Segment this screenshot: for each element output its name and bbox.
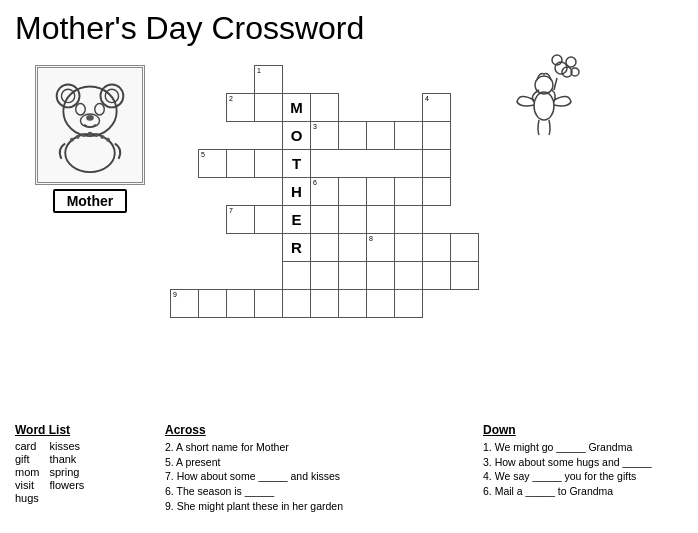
- cell-5-8[interactable]: [395, 206, 423, 234]
- cell-3-0: [171, 150, 199, 178]
- word-col-2: kisses thank spring flowers: [49, 440, 84, 504]
- cell-8-6[interactable]: [339, 290, 367, 318]
- grid-row-3: 5 T: [171, 150, 479, 178]
- cell-3-1[interactable]: 5: [199, 150, 227, 178]
- cell-7-4[interactable]: [283, 262, 311, 290]
- cell-2-6[interactable]: [339, 122, 367, 150]
- bottom-section: Word List card gift mom visit hugs kisse…: [15, 423, 683, 513]
- cell-0-0: [171, 66, 199, 94]
- cell-1-3[interactable]: [255, 94, 283, 122]
- clue-down-3: 3. How about some hugs and _____: [483, 455, 683, 470]
- cell-5-9: [423, 206, 451, 234]
- cell-2-4[interactable]: O: [283, 122, 311, 150]
- cell-6-4[interactable]: R: [283, 234, 311, 262]
- svg-point-8: [86, 115, 94, 121]
- cell-1-5[interactable]: [311, 94, 339, 122]
- cell-5-6[interactable]: [339, 206, 367, 234]
- page-title: Mother's Day Crossword: [15, 10, 683, 47]
- cell-7-3: [255, 262, 283, 290]
- cell-0-8: [395, 66, 423, 94]
- cell-6-7[interactable]: 8: [367, 234, 395, 262]
- word-2-2: thank: [49, 453, 84, 465]
- cell-3-2[interactable]: [227, 150, 255, 178]
- cell-5-10: [451, 206, 479, 234]
- clue-across-2: 2. A short name for Mother: [165, 440, 473, 455]
- word-2-3: spring: [49, 466, 84, 478]
- grid-row-8: 9: [171, 290, 479, 318]
- cell-5-4[interactable]: E: [283, 206, 311, 234]
- cell-2-8[interactable]: [395, 122, 423, 150]
- cell-0-9: [423, 66, 451, 94]
- cell-1-4[interactable]: M: [283, 94, 311, 122]
- svg-point-12: [88, 132, 93, 137]
- cell-1-6: [339, 94, 367, 122]
- cell-7-6[interactable]: [339, 262, 367, 290]
- page: Mother's Day Crossword: [0, 0, 698, 533]
- cell-6-9[interactable]: [423, 234, 451, 262]
- cell-2-5[interactable]: 3: [311, 122, 339, 150]
- cell-1-2[interactable]: 2: [227, 94, 255, 122]
- cell-5-5[interactable]: [311, 206, 339, 234]
- cell-3-4[interactable]: T: [283, 150, 311, 178]
- crossword: 1 2: [170, 65, 479, 318]
- svg-point-13: [95, 133, 99, 137]
- cell-4-8[interactable]: [395, 178, 423, 206]
- cell-6-10[interactable]: [451, 234, 479, 262]
- cell-8-8[interactable]: [395, 290, 423, 318]
- cell-3-7: [367, 150, 395, 178]
- crossword-grid: 1 2: [170, 55, 479, 415]
- cell-8-2[interactable]: [227, 290, 255, 318]
- cell-7-5[interactable]: [311, 262, 339, 290]
- cell-4-6[interactable]: [339, 178, 367, 206]
- cell-3-9[interactable]: [423, 150, 451, 178]
- cell-7-7[interactable]: [367, 262, 395, 290]
- cell-2-7[interactable]: [367, 122, 395, 150]
- clue-across-6: 6. The season is _____: [165, 484, 473, 499]
- grid-row-7: [171, 262, 479, 290]
- cell-6-6[interactable]: [339, 234, 367, 262]
- cell-5-7[interactable]: [367, 206, 395, 234]
- cell-0-5: [311, 66, 339, 94]
- cell-4-7[interactable]: [367, 178, 395, 206]
- cell-2-1: [199, 122, 227, 150]
- svg-point-18: [566, 57, 576, 67]
- svg-point-11: [81, 133, 85, 137]
- cell-3-8: [395, 150, 423, 178]
- cell-7-9[interactable]: [423, 262, 451, 290]
- cell-8-4[interactable]: [283, 290, 311, 318]
- cell-8-7[interactable]: [367, 290, 395, 318]
- cell-8-1[interactable]: [199, 290, 227, 318]
- cell-8-0[interactable]: 9: [171, 290, 199, 318]
- cell-0-3[interactable]: 1: [255, 66, 283, 94]
- word-2-4: flowers: [49, 479, 84, 491]
- grid-row-6: R 8: [171, 234, 479, 262]
- grid-row-1: 2 M 4: [171, 94, 479, 122]
- cell-3-3[interactable]: [255, 150, 283, 178]
- cell-7-8[interactable]: [395, 262, 423, 290]
- svg-point-24: [534, 92, 554, 120]
- cell-8-3[interactable]: [255, 290, 283, 318]
- word-1-5: hugs: [15, 492, 39, 504]
- grid-row-2: O 3: [171, 122, 479, 150]
- cell-4-3: [255, 178, 283, 206]
- cell-8-5[interactable]: [311, 290, 339, 318]
- word-col-1: card gift mom visit hugs: [15, 440, 39, 504]
- cell-1-10: [451, 94, 479, 122]
- cell-6-2: [227, 234, 255, 262]
- main-area: Mother 1: [15, 55, 683, 415]
- cell-6-8[interactable]: [395, 234, 423, 262]
- cell-2-9[interactable]: [423, 122, 451, 150]
- cell-2-2: [227, 122, 255, 150]
- clue-down-1: 1. We might go _____ Grandma: [483, 440, 683, 455]
- cell-5-2[interactable]: 7: [227, 206, 255, 234]
- cell-7-10[interactable]: [451, 262, 479, 290]
- cell-5-3[interactable]: [255, 206, 283, 234]
- cell-1-9[interactable]: 4: [423, 94, 451, 122]
- cell-6-5[interactable]: [311, 234, 339, 262]
- cell-4-4[interactable]: H: [283, 178, 311, 206]
- cell-4-5[interactable]: 6: [311, 178, 339, 206]
- grid-row-4: H 6: [171, 178, 479, 206]
- clue-down-6: 6. Mail a _____ to Grandma: [483, 484, 683, 499]
- cell-4-9[interactable]: [423, 178, 451, 206]
- bear-section: Mother: [15, 55, 165, 415]
